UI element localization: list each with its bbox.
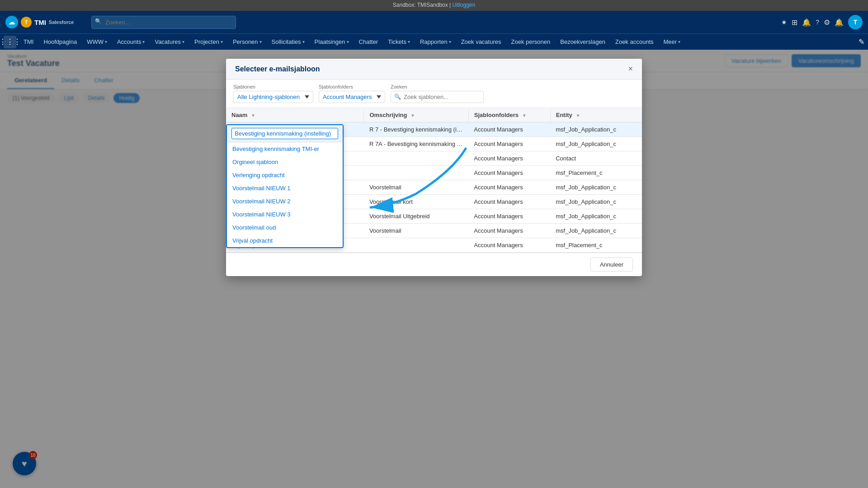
setup-icon[interactable]: ⊞	[792, 18, 797, 27]
cell-folder: Account Managers	[468, 209, 550, 224]
modal-backdrop: Selecteer e-mailsjabloon × Sjablonen All…	[0, 50, 868, 488]
dropdown-item[interactable]: Voorstelmail NIEUW 2	[227, 195, 343, 208]
zoeken-label: Zoeken	[391, 84, 484, 89]
sandbox-bar: Sandbox: TMISandbox | Uitloggen	[0, 0, 868, 11]
cell-omschrijving: R 7A - Bevestiging kennismaking TMI-er	[364, 137, 468, 151]
nav-item-chatter[interactable]: Chatter	[354, 37, 383, 47]
nav-item-accounts[interactable]: Accounts ▾	[113, 37, 149, 47]
nav-item-zoek-personen[interactable]: Zoek personen	[507, 37, 555, 47]
global-search	[91, 16, 236, 29]
cell-entity: msf_Job_Application_c	[550, 224, 642, 238]
sort-naam-icon[interactable]: ▼	[251, 113, 255, 118]
header-icons: ★ ⊞ 🔔 ? ⚙ 🔔 T	[781, 15, 863, 29]
modal-title: Selecteer e-mailsjabloon	[235, 65, 320, 73]
cell-omschrijving	[364, 238, 468, 253]
notification-wrap: 🔔	[802, 18, 811, 27]
cell-entity: msf_Placement_c	[550, 166, 642, 180]
nav-item-hoofdpagina[interactable]: Hoofdpagina	[39, 37, 81, 47]
cell-omschrijving	[364, 151, 468, 166]
settings-icon[interactable]: ⚙	[824, 18, 830, 27]
cell-folder: Account Managers	[468, 166, 550, 180]
help-icon[interactable]: ?	[816, 19, 819, 26]
nav-item-meer[interactable]: Meer ▾	[659, 37, 685, 47]
email-template-modal: Selecteer e-mailsjabloon × Sjablonen All…	[226, 59, 642, 276]
bell-icon[interactable]: 🔔	[802, 19, 811, 26]
sjablonen-label: Sjablonen	[233, 84, 313, 89]
dropdown-list: Bevestiging kennismaking TMI-erOrgineel …	[227, 142, 343, 247]
dropdown-item[interactable]: Vrijval opdracht	[227, 234, 343, 247]
col-entity: Entity ▼	[550, 108, 642, 122]
app-switcher-icon[interactable]: ⋮⋮⋮	[4, 36, 16, 48]
header: ☁ T TMI Salesforce ★ ⊞ 🔔 ? ⚙ 🔔 T	[0, 11, 868, 33]
dropdown-item[interactable]: Voorstelmail NIEUW 3	[227, 208, 343, 221]
app-name: TMI	[34, 19, 46, 26]
cell-folder: Account Managers	[468, 122, 550, 137]
table-header: Naam ▼ Omschrijving ▼ Sjabloonfolders ▼ …	[226, 108, 642, 122]
tmi-badge: T	[21, 17, 32, 28]
template-table-wrap: Naam ▼ Omschrijving ▼ Sjabloonfolders ▼ …	[226, 108, 642, 253]
dropdown-item[interactable]: Orgineel sjabloon	[227, 155, 343, 169]
nav-item-bezoekverslagen[interactable]: Bezoekverslagen	[556, 37, 610, 47]
name-dropdown-overlay: Bevestiging kennismaking TMI-erOrgineel …	[226, 124, 344, 248]
cell-entity: msf_Job_Application_c	[550, 209, 642, 224]
nav-item-vacatures[interactable]: Vacatures ▾	[150, 37, 189, 47]
dropdown-item[interactable]: Voorstelmail oud	[227, 221, 343, 234]
modal-header: Selecteer e-mailsjabloon ×	[226, 59, 642, 80]
template-search-input[interactable]	[391, 91, 484, 103]
sjablonen-group: Sjablonen Alle Lightning-sjablonen	[233, 84, 313, 103]
nav-item-zoek-accounts[interactable]: Zoek accounts	[611, 37, 658, 47]
global-search-input[interactable]	[91, 16, 236, 29]
cell-omschrijving: R 7 - Bevestiging kennismaking (instelli…	[364, 122, 468, 137]
cell-entity: msf_Job_Application_c	[550, 137, 642, 151]
logout-link[interactable]: Uitloggen	[452, 2, 475, 8]
cell-entity: Contact	[550, 151, 642, 166]
sort-omschrijving-icon[interactable]: ▼	[410, 113, 415, 118]
annuleer-button[interactable]: Annuleer	[590, 258, 633, 272]
cell-omschrijving: Voorstelmail	[364, 180, 468, 195]
search-wrap	[91, 16, 236, 29]
top-navigation: ⋮⋮⋮ TMI Hoofdpagina WWW ▾ Accounts ▾ Vac…	[0, 33, 868, 50]
cell-omschrijving: Voorstelmail kort	[364, 195, 468, 209]
modal-toolbar: Sjablonen Alle Lightning-sjablonen Sjabl…	[226, 80, 642, 108]
modal-close-button[interactable]: ×	[628, 64, 633, 74]
cell-folder: Account Managers	[468, 180, 550, 195]
cell-folder: Account Managers	[468, 224, 550, 238]
dropdown-search-input[interactable]	[231, 128, 338, 139]
dropdown-item[interactable]: Voorstelmail NIEUW 1	[227, 182, 343, 195]
cell-folder: Account Managers	[468, 195, 550, 209]
page-wrapper: Vacature Test Vacature Vacature bijwerke…	[0, 50, 868, 488]
cell-entity: msf_Placement_c	[550, 238, 642, 253]
edit-nav-icon[interactable]: ✎	[859, 38, 864, 46]
cell-entity: msf_Job_Application_c	[550, 122, 642, 137]
nav-item-projecten[interactable]: Projecten ▾	[190, 37, 227, 47]
nav-item-www[interactable]: WWW ▾	[82, 37, 112, 47]
zoeken-group: Zoeken	[391, 84, 484, 103]
sort-entity-icon[interactable]: ▼	[576, 113, 580, 118]
cell-omschrijving	[364, 166, 468, 180]
user-avatar[interactable]: T	[848, 15, 863, 29]
sjabloonfolders-select[interactable]: Account Managers	[319, 91, 385, 103]
sjabloonfolders-label: Sjabloonfolders	[319, 84, 385, 89]
app-logo: ☁ T TMI Salesforce	[5, 16, 78, 28]
cell-folder: Account Managers	[468, 238, 550, 253]
nav-item-zoek-vacatures[interactable]: Zoek vacatures	[457, 37, 506, 47]
dropdown-item[interactable]: Bevestiging kennismaking TMI-er	[227, 142, 343, 155]
sjabloonfolders-group: Sjabloonfolders Account Managers	[319, 84, 385, 103]
nav-item-rapporten[interactable]: Rapporten ▾	[415, 37, 456, 47]
cell-omschrijving: Voorstelmail Uitgebreid	[364, 209, 468, 224]
nav-item-tmi[interactable]: TMI	[19, 37, 38, 47]
favorites-icon[interactable]: ★	[781, 19, 787, 26]
sort-folders-icon[interactable]: ▼	[522, 113, 527, 118]
col-naam: Naam ▼	[226, 108, 364, 122]
nav-item-plaatsingen[interactable]: Plaatsingen ▾	[310, 37, 354, 47]
col-omschrijving: Omschrijving ▼	[364, 108, 468, 122]
nav-item-sollicitaties[interactable]: Sollicitaties ▾	[267, 37, 309, 47]
nav-item-tickets[interactable]: Tickets ▾	[383, 37, 415, 47]
dropdown-item[interactable]: Verlenging opdracht	[227, 169, 343, 182]
alerts-icon[interactable]: 🔔	[835, 18, 844, 27]
nav-item-personen[interactable]: Personen ▾	[228, 37, 266, 47]
dropdown-selected-input-wrap	[227, 125, 343, 142]
col-sjabloonfolders: Sjabloonfolders ▼	[468, 108, 550, 122]
cell-folder: Account Managers	[468, 137, 550, 151]
sjablonen-select[interactable]: Alle Lightning-sjablonen	[233, 91, 313, 103]
